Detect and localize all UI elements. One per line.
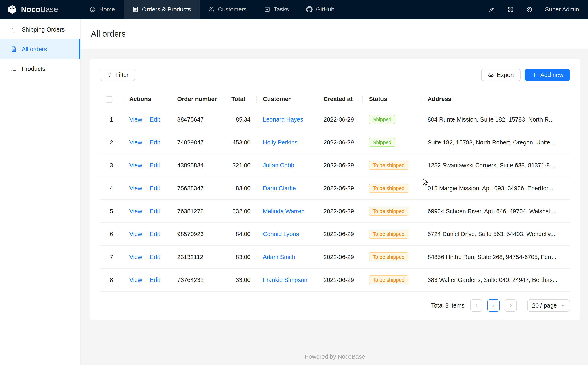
edit-link[interactable]: Edit [150,116,160,123]
total-cell: 321.00 [225,154,257,177]
nav-item-customers[interactable]: Customers [200,0,255,19]
nav-item-home[interactable]: Home [81,0,123,19]
status-badge: Shipped [369,138,395,147]
top-navigation: Home Orders & Products Customers Tasks G… [81,0,343,19]
nocobase-cube-icon [7,5,17,14]
view-link[interactable]: View [129,116,142,123]
address-cell: 383 Walter Gardens, Suite 040, 24947, Be… [421,268,570,291]
address-cell: 69934 Schoen River, Apt. 646, 49704, Wal… [421,200,570,223]
pagination-next-button[interactable] [505,299,517,312]
export-button[interactable]: Export [481,69,521,81]
customer-link[interactable]: Melinda Warren [263,208,305,214]
customer-link[interactable]: Frankie Simpson [263,277,307,283]
action-divider [146,254,146,260]
select-all-checkbox[interactable] [106,96,112,103]
page-size-select[interactable]: 20 / page [527,299,570,312]
nocobase-logo[interactable]: NocoBase [0,0,81,19]
row-actions: ViewEdit [123,177,171,200]
pagination-prev-button[interactable] [470,299,482,312]
customer-link[interactable]: Connie Lyons [263,231,299,237]
action-divider [146,209,146,214]
customer-link[interactable]: Adam Smith [263,254,295,260]
order-number-cell: 76381273 [171,200,225,223]
row-index: 5 [100,200,123,223]
user-menu[interactable]: Super Admin [545,6,579,13]
content-area: Filter Export Add new [81,49,588,365]
nav-item-tasks[interactable]: Tasks [255,0,298,19]
status-badge: Shipped [369,115,395,124]
list-icon [11,65,17,72]
edit-link[interactable]: Edit [150,254,160,260]
order-number-cell: 38475647 [171,108,225,131]
view-link[interactable]: View [129,231,142,237]
status-badge: To be shipped [369,275,408,284]
row-actions: ViewEdit [123,108,171,131]
nav-item-orders-products[interactable]: Orders & Products [123,0,200,19]
column-header-address: Address [421,91,570,108]
gear-icon[interactable] [526,6,533,13]
view-link[interactable]: View [129,185,142,191]
view-link[interactable]: View [129,208,142,214]
action-divider [146,232,146,237]
column-header-status: Status [363,91,421,108]
edit-link[interactable]: Edit [150,277,160,283]
apps-grid-icon[interactable] [507,6,514,13]
chevron-right-icon [508,303,513,308]
pagination: Total 8 items 1 20 / page [100,299,570,312]
edit-link[interactable]: Edit [150,139,160,146]
view-link[interactable]: View [129,277,142,283]
status-badge: To be shipped [369,253,408,261]
row-actions: ViewEdit [123,268,171,291]
column-header-created-at: Created at [317,91,363,108]
view-link[interactable]: View [129,162,142,168]
created-at-cell: 2022-06-29 [317,177,363,200]
customer-link[interactable]: Leonard Hayes [263,116,303,123]
created-at-cell: 2022-06-29 [317,108,363,131]
pagination-page-1[interactable]: 1 [487,299,500,312]
pagination-total: Total 8 items [431,302,465,309]
total-cell: 83.00 [225,246,257,268]
action-divider [146,117,146,122]
edit-link[interactable]: Edit [150,162,160,168]
customer-cell: Connie Lyons [257,223,317,246]
action-divider [146,163,146,168]
highlight-pen-icon[interactable] [488,6,495,13]
nav-label: Customers [218,6,247,13]
edit-link[interactable]: Edit [150,231,160,237]
total-cell: 84.00 [225,223,257,246]
address-cell: 5724 Daniel Drive, Suite 563, 54403, Wen… [421,223,570,246]
sidebar-item-products[interactable]: Products [0,59,80,78]
sidebar-item-label: Shipping Orders [22,26,65,33]
filter-button-label: Filter [115,72,129,78]
created-at-cell: 2022-06-29 [317,246,363,268]
edit-link[interactable]: Edit [150,208,160,214]
customer-link[interactable]: Darin Clarke [263,185,296,191]
edit-link[interactable]: Edit [150,185,160,191]
customer-cell: Frankie Simpson [257,268,317,291]
view-link[interactable]: View [129,139,142,146]
view-link[interactable]: View [129,254,142,260]
nav-item-github[interactable]: GitHub [298,0,343,19]
order-form-icon [132,6,139,13]
table-header-row: Actions Order number Total Customer Crea… [100,91,570,108]
customer-cell: Melinda Warren [257,200,317,223]
table-row: 1 ViewEdit 38475647 85.34 Leonard Hayes … [100,108,570,131]
filter-icon [106,72,112,78]
toolbar-right: Export Add new [481,69,570,81]
customer-link[interactable]: Julian Cobb [263,162,294,168]
orders-table: Actions Order number Total Customer Crea… [100,91,570,292]
check-square-icon [264,6,270,13]
address-cell: 84856 Hirthe Run, Suite 268, 94754-6705,… [421,246,570,268]
status-cell: To be shipped [363,268,421,291]
created-at-cell: 2022-06-29 [317,200,363,223]
add-new-button[interactable]: Add new [525,69,570,81]
sidebar-item-shipping-orders[interactable]: Shipping Orders [0,20,80,39]
table-row: 6 ViewEdit 98570923 84.00 Connie Lyons 2… [100,223,570,246]
status-cell: To be shipped [363,154,421,177]
row-index: 3 [100,154,123,177]
sidebar-item-all-orders[interactable]: All orders [0,39,80,59]
filter-button[interactable]: Filter [100,69,135,81]
page-title: All orders [91,29,126,38]
row-actions: ViewEdit [123,200,171,223]
customer-link[interactable]: Holly Perkins [263,139,298,146]
